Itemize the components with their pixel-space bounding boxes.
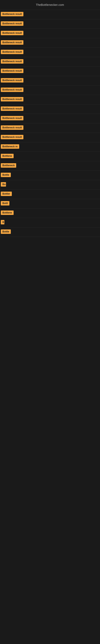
result-row: Bottleneck — [0, 161, 100, 171]
bottleneck-badge[interactable]: Bottlene — [1, 154, 14, 158]
result-row: Bottle — [0, 171, 100, 180]
site-title: TheBottlenecker.com — [1, 2, 99, 8]
result-row: Bottleneck result — [0, 123, 100, 133]
result-row: Bottleneck result — [0, 48, 100, 57]
result-row: Bottleneck result — [0, 66, 100, 76]
result-row: Bottleneck result — [0, 76, 100, 86]
bottleneck-badge[interactable]: Bottleneck result — [1, 106, 23, 111]
result-row: Bottl — [0, 199, 100, 208]
result-row: B — [0, 218, 100, 228]
result-row: Bottleneck result — [0, 29, 100, 38]
bottleneck-badge[interactable]: Bottleneck result — [1, 50, 23, 54]
bottleneck-badge[interactable]: Bottleneck result — [1, 88, 23, 92]
result-row: Bottleneck result — [0, 19, 100, 29]
bottleneck-badge[interactable]: Bottleneck result — [1, 126, 23, 130]
result-row: Bottleneck result — [0, 95, 100, 104]
bottleneck-badge[interactable]: Bottleneck result — [1, 135, 23, 139]
result-row: Bottlene — [0, 152, 100, 161]
bottleneck-badge[interactable]: Bottleneck result — [1, 69, 23, 73]
bottleneck-badge[interactable]: Bottleneck result — [1, 31, 23, 35]
bottleneck-badge[interactable]: Bottler — [1, 192, 12, 196]
result-row: Bottleneck result — [0, 104, 100, 114]
bottleneck-badge[interactable]: Bottl — [1, 201, 9, 206]
bottleneck-badge[interactable]: Bottleneck result — [1, 21, 23, 26]
result-row: Bottleneck result — [0, 133, 100, 142]
result-row: Bottleneck result — [0, 57, 100, 66]
result-row: Bottleneck result — [0, 114, 100, 123]
bottleneck-badge[interactable]: B — [1, 220, 4, 224]
result-row: Bottleneck result — [0, 10, 100, 19]
result-row: Bo — [0, 180, 100, 190]
result-row: Bottle — [0, 228, 100, 237]
bottleneck-badge[interactable]: Bottleneck — [1, 163, 16, 168]
bottleneck-badge[interactable]: Bottleneck result — [1, 97, 23, 102]
bottleneck-badge[interactable]: Bo — [1, 182, 6, 186]
result-row: Bottlene — [0, 208, 100, 218]
result-row: Bottler — [0, 190, 100, 199]
bottleneck-badge[interactable]: Bottleneck result — [1, 78, 23, 82]
bottleneck-badge[interactable]: Bottlene — [1, 210, 14, 215]
result-row: Bottleneck result — [0, 86, 100, 95]
bottleneck-badge[interactable]: Bottleneck result — [1, 12, 23, 16]
bottleneck-badge[interactable]: Bottle — [1, 230, 11, 234]
bottleneck-badge[interactable]: Bottleneck re — [1, 144, 19, 149]
bottleneck-badge[interactable]: Bottleneck result — [1, 40, 23, 45]
bottleneck-badge[interactable]: Bottleneck result — [1, 59, 23, 64]
result-row: Bottleneck result — [0, 38, 100, 48]
bottleneck-badge[interactable]: Bottleneck result — [1, 116, 23, 120]
bottleneck-badge[interactable]: Bottle — [1, 173, 11, 177]
result-row: Bottleneck re — [0, 142, 100, 152]
site-title-row: TheBottlenecker.com — [0, 0, 100, 10]
